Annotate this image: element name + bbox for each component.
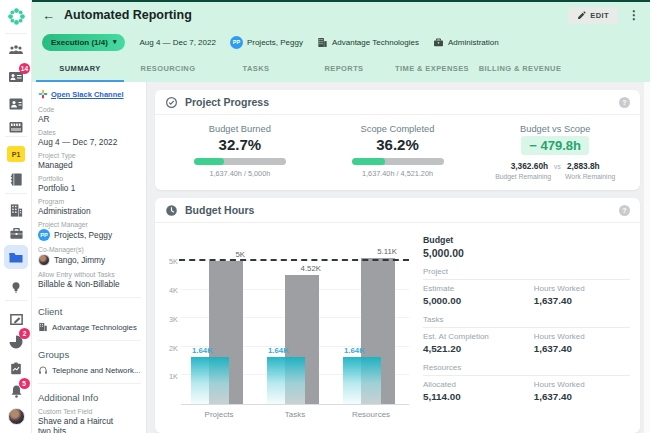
sidebar-item-companies[interactable]	[0, 201, 32, 219]
budget-hours-card: Budget Hours ? 1K2K3K4K5K 5K 1.64K Proje…	[155, 198, 640, 433]
project-header: ← Automated Reporting EDIT ⋮ Execution (…	[32, 0, 650, 82]
edit-button[interactable]: EDIT	[568, 7, 618, 24]
field-project-type: Project Type Managed	[38, 152, 141, 170]
tab-billing-revenue[interactable]: BILLING & REVENUE	[476, 56, 564, 82]
budget-hours-chart: 1K2K3K4K5K 5K 1.64K Projects 4.52K 1.64K…	[161, 247, 409, 433]
sidebar-item-dashboards[interactable]: 2	[0, 333, 32, 351]
group-row[interactable]: Telephone and Network...	[38, 365, 141, 375]
help-icon[interactable]: ?	[619, 97, 630, 108]
bar-value-label: 4.52K	[301, 264, 321, 273]
resources-hours-worked-bar[interactable]: 1.64K	[343, 357, 381, 404]
budget-card-title: Budget Hours	[185, 204, 612, 216]
chart-edit-icon	[9, 312, 24, 327]
progress-card-title: Project Progress	[185, 96, 612, 108]
tasks-hours-worked-bar[interactable]: 1.64K	[267, 357, 305, 404]
resources-hours-worked-value: 1,637.40	[534, 391, 630, 402]
sidebar-item-projects-active[interactable]	[0, 248, 32, 266]
sidebar-item-project-p1[interactable]: P1	[0, 145, 32, 163]
budget-vs-scope-value: − 479.8h	[521, 136, 589, 155]
pencil-icon	[577, 11, 586, 20]
field-portfolio: Portfolio Portfolio 1	[38, 175, 141, 193]
additional-info-title: Additional Info	[38, 383, 141, 403]
project-manager-label: Project Manager	[38, 221, 141, 228]
progress-check-icon	[165, 96, 178, 109]
p1-project-badge: P1	[7, 146, 25, 162]
headphones-icon	[38, 365, 48, 375]
stage-dropdown[interactable]: Execution (1/4) ▾	[42, 34, 125, 51]
sidebar-item-ideas[interactable]	[0, 278, 32, 296]
lightbulb-icon	[9, 280, 23, 295]
budget-remaining-value: 3,362.60h	[511, 161, 548, 171]
progress-card-body: Budget Burned 32.7% 1,637.40h / 5,000h S…	[155, 115, 640, 190]
resources-stats-section: Resources Allocated5,114.00 Hours Worked…	[423, 363, 630, 402]
user-avatar	[8, 408, 25, 425]
rail-divider	[5, 136, 27, 137]
co-manager-row[interactable]: Tango, Jimmy	[38, 254, 141, 266]
groups-section-title: Groups	[38, 340, 141, 360]
tab-time-expenses[interactable]: TIME & EXPENSES	[388, 56, 476, 82]
program-chip[interactable]: Administration	[433, 37, 499, 48]
help-icon[interactable]: ?	[619, 205, 630, 216]
allow-entry-value: Billable & Non-Billable	[38, 279, 141, 289]
more-menu-icon[interactable]: ⋮	[628, 8, 640, 22]
sidebar-item-timesheets[interactable]	[0, 310, 32, 328]
budget-reference-line	[179, 259, 409, 261]
sidebar-item-profile[interactable]	[0, 407, 32, 425]
client-row[interactable]: Advantage Technologies	[38, 322, 141, 332]
sidebar-item-notebook[interactable]	[0, 170, 32, 188]
bar-value-label: 1.64K	[344, 346, 365, 355]
sidebar-item-invites[interactable]: 14	[0, 68, 32, 86]
manager-avatar: PP	[38, 229, 50, 241]
custom-field-value-line1: Shave and a Haircut	[38, 416, 141, 426]
project-hours-worked-bar[interactable]: 1.64K	[191, 357, 229, 404]
app-logo[interactable]	[0, 7, 32, 25]
team-icon	[8, 43, 24, 59]
sidebar-item-reports[interactable]	[0, 359, 32, 377]
slack-icon	[38, 89, 48, 99]
sidebar-item-programs[interactable]	[0, 224, 32, 242]
bar-value-label: 1.64K	[192, 346, 213, 355]
sidebar-item-schedule[interactable]	[0, 118, 32, 136]
progress-card-header: Project Progress ?	[155, 90, 640, 115]
app-sidebar: 14 P1 2	[0, 0, 32, 433]
sidebar-item-team[interactable]	[0, 42, 32, 60]
allow-entry-label: Allow Entry without Tasks	[38, 271, 141, 278]
comparison-captions: Budget Remaining Work Remaining	[495, 173, 615, 180]
briefcase-icon	[9, 226, 24, 241]
contact-folder-icon	[8, 96, 24, 112]
client-chip[interactable]: Advantage Technologies	[317, 37, 419, 48]
tab-tasks[interactable]: TASKS	[212, 56, 300, 82]
bar-value-label: 1.64K	[268, 346, 289, 355]
project-manager-chip[interactable]: PP Projects, Peggy	[230, 36, 303, 49]
project-manager-row[interactable]: PP Projects, Peggy	[38, 229, 141, 241]
rail-divider	[5, 300, 27, 301]
back-icon[interactable]: ←	[42, 9, 55, 22]
edit-button-label: EDIT	[590, 11, 609, 20]
tab-summary[interactable]: SUMMARY	[36, 56, 124, 82]
open-slack-channel-link[interactable]: Open Slack Channel	[51, 90, 124, 99]
scroll-gutter[interactable]	[644, 82, 650, 433]
notebook-icon	[9, 172, 24, 187]
project-hours-worked-value: 1,637.40	[534, 295, 630, 306]
building-icon	[9, 203, 24, 218]
sidebar-item-contacts[interactable]	[0, 95, 32, 113]
scope-completed-progressbar	[352, 158, 444, 165]
summary-content: Open Slack Channel Code AR Dates Aug 4 —…	[32, 82, 650, 433]
tab-reports[interactable]: REPORTS	[300, 56, 388, 82]
co-manager-avatar	[38, 254, 50, 266]
title-row: ← Automated Reporting EDIT ⋮	[32, 2, 650, 28]
sidebar-item-notifications[interactable]: 5	[0, 382, 32, 400]
tab-resourcing[interactable]: RESOURCING	[124, 56, 212, 82]
x-axis-label: Tasks	[267, 410, 323, 419]
clipboard-chart-icon	[9, 361, 23, 376]
summary-main: Project Progress ? Budget Burned 32.7% 1…	[147, 82, 650, 433]
tasks-hours-worked-value: 1,637.40	[534, 343, 630, 354]
rail-divider	[5, 33, 27, 34]
bar-group-tasks: 4.52K 1.64K Tasks	[267, 247, 323, 404]
client-name: Advantage Technologies	[332, 38, 419, 47]
tasks-est-at-completion-value: 4,521.20	[423, 343, 534, 354]
building-icon	[317, 37, 328, 48]
manager-avatar: PP	[230, 36, 243, 49]
field-code: Code AR	[38, 106, 141, 124]
briefcase-icon	[433, 37, 444, 48]
